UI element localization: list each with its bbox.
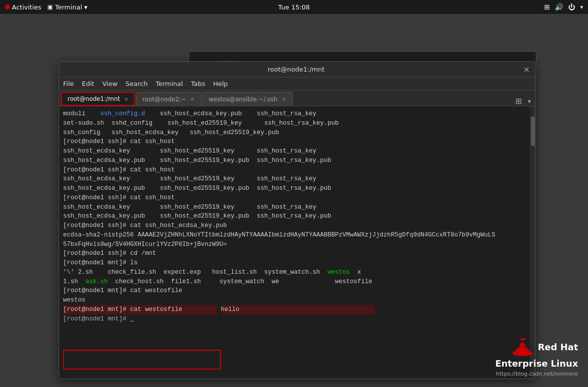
terminal-titlebar: root@node1:/mnt × bbox=[59, 62, 535, 77]
term-line: [root@node1 ssh]# cat ssh_host bbox=[63, 165, 531, 175]
redhat-subtitle: Enterprise Linux bbox=[495, 358, 578, 369]
term-line: ssh_host_ecdsa_key ssh_host_ed25519_key … bbox=[63, 174, 531, 184]
terminal-title: root@node1:/mnt bbox=[74, 66, 518, 73]
redhat-name: Red Hat bbox=[538, 342, 578, 353]
system-datetime: Tue 15:08 bbox=[278, 3, 310, 11]
redhat-url: https://blog.csdn.net/ninimino bbox=[496, 371, 578, 377]
menu-search[interactable]: Search bbox=[126, 80, 148, 87]
menu-help[interactable]: Help bbox=[213, 80, 228, 87]
term-line: ecdsa-sha2-nistp256 AAAAE2VjZHNhLXNoYTIt… bbox=[63, 231, 531, 240]
term-line: ssh_host_ecdsa_key.pub ssh_host_ed25519_… bbox=[63, 184, 531, 193]
tab-westos-close[interactable]: × bbox=[282, 96, 286, 102]
term-line: ssh_host_ecdsa_key.pub ssh_host_ed25519_… bbox=[63, 156, 531, 165]
term-line: ssh_config ssh_host_ecdsa_key ssh_host_e… bbox=[63, 128, 531, 138]
scrollbar-thumb[interactable] bbox=[531, 116, 535, 146]
power-dropdown-icon[interactable]: ▾ bbox=[580, 4, 583, 10]
tab-dropdown-button[interactable]: ▾ bbox=[526, 98, 533, 105]
main-terminal-window: root@node1:/mnt × File Edit View Search … bbox=[59, 61, 535, 379]
terminal-content[interactable]: moduli ssh_config.d ssh_host_ecdsa_key.p… bbox=[59, 106, 535, 379]
term-line: moduli ssh_config.d ssh_host_ecdsa_key.p… bbox=[63, 109, 531, 119]
tab-node2-label: root@node2:~ bbox=[143, 96, 186, 103]
term-line: [root@node1 ssh]# cat ssh_host_ecdsa_key… bbox=[63, 221, 531, 231]
activities-label: Activities bbox=[12, 3, 41, 11]
term-line: ssh_host_ecdsa_key ssh_host_ed25519_key … bbox=[63, 147, 531, 156]
term-line: [root@node1 ssh]# cd /mnt bbox=[63, 249, 531, 258]
terminal-tabbar: root@node1:/mnt × root@node2:~ × westos@… bbox=[59, 90, 535, 106]
menu-terminal[interactable]: Terminal bbox=[155, 80, 183, 87]
term-line: 1.sh ask.sh check_host.sh file1.sh syste… bbox=[63, 277, 531, 287]
term-prompt: [root@node1 mnt]# _ bbox=[63, 314, 531, 324]
terminal-close-button[interactable]: × bbox=[523, 65, 530, 74]
term-line: '\' 2.sh check_file.sh expect.exp host_l… bbox=[63, 268, 531, 277]
tab-node1-close[interactable]: × bbox=[124, 96, 129, 102]
redhat-branding: Red Hat Enterprise Linux https://blog.cs… bbox=[495, 337, 578, 377]
highlighted-output: hello bbox=[221, 305, 375, 314]
term-line: [root@node1 ssh]# cat ssh_host bbox=[63, 137, 531, 147]
tab-westos-label: westos@ansible:~/.ssh bbox=[209, 96, 278, 103]
terminal-icon: ▣ bbox=[47, 3, 53, 10]
term-line: set-sudo.sh sshd_config ssh_host_ed25519… bbox=[63, 119, 531, 128]
term-line: westos bbox=[63, 296, 531, 305]
terminal-top-label: Terminal bbox=[55, 3, 82, 11]
term-line: [root@node1 mnt]# cat westosfile bbox=[63, 286, 531, 296]
term-line: ssh_host_ecdsa_key.pub ssh_host_ed25519_… bbox=[63, 212, 531, 221]
menu-edit[interactable]: Edit bbox=[82, 80, 94, 87]
system-bar-left: Activities ▣ Terminal ▾ bbox=[5, 3, 87, 11]
redhat-dot-icon bbox=[5, 4, 10, 9]
term-line: ssh_host_ecdsa_key ssh_host_ed25519_key … bbox=[63, 203, 531, 212]
tab-node1-mnt[interactable]: root@node1:/mnt × bbox=[61, 92, 135, 106]
term-line: [root@node1 mnt]# ls bbox=[63, 258, 531, 268]
redhat-logo: Red Hat bbox=[512, 337, 578, 357]
audio-icon[interactable]: 🔊 bbox=[555, 3, 563, 11]
tab-actions: ⊞ ▾ bbox=[514, 96, 533, 106]
desktop: root@ansible:/home/westos/.ssh × root@no… bbox=[0, 14, 588, 387]
redhat-hat-icon bbox=[512, 337, 534, 357]
tab-node2-close[interactable]: × bbox=[190, 96, 195, 102]
system-bar: Activities ▣ Terminal ▾ Tue 15:08 ⊞ 🔊 ⏻ … bbox=[0, 0, 588, 14]
tab-westos-ansible[interactable]: westos@ansible:~/.ssh × bbox=[202, 92, 293, 106]
menu-file[interactable]: File bbox=[63, 80, 74, 87]
system-bar-right: ⊞ 🔊 ⏻ ▾ bbox=[544, 3, 583, 11]
menu-tabs[interactable]: Tabs bbox=[191, 80, 205, 87]
terminal-dropdown-icon: ▾ bbox=[84, 3, 88, 11]
svg-rect-1 bbox=[521, 338, 525, 340]
tab-node2[interactable]: root@node2:~ × bbox=[136, 92, 201, 106]
terminal-menubar: File Edit View Search Terminal Tabs Help bbox=[59, 77, 535, 90]
menu-view[interactable]: View bbox=[102, 80, 118, 87]
term-line: 57bxFqHvls0wg/SV4HGXHIcurlYVz2P8Ib+jBvnz… bbox=[63, 240, 531, 249]
activities-button[interactable]: Activities bbox=[5, 3, 41, 11]
network-icon[interactable]: ⊞ bbox=[544, 3, 550, 11]
new-tab-button[interactable]: ⊞ bbox=[514, 96, 524, 106]
highlight-box bbox=[63, 350, 221, 370]
tab-node1-label: root@node1:/mnt bbox=[68, 95, 120, 102]
terminal-top-menu[interactable]: ▣ Terminal ▾ bbox=[47, 3, 87, 11]
term-line: [root@node1 ssh]# cat ssh_host bbox=[63, 193, 531, 203]
highlighted-command: [root@node1 mnt]# cat westosfile bbox=[63, 305, 217, 314]
power-icon[interactable]: ⏻ bbox=[568, 3, 575, 11]
